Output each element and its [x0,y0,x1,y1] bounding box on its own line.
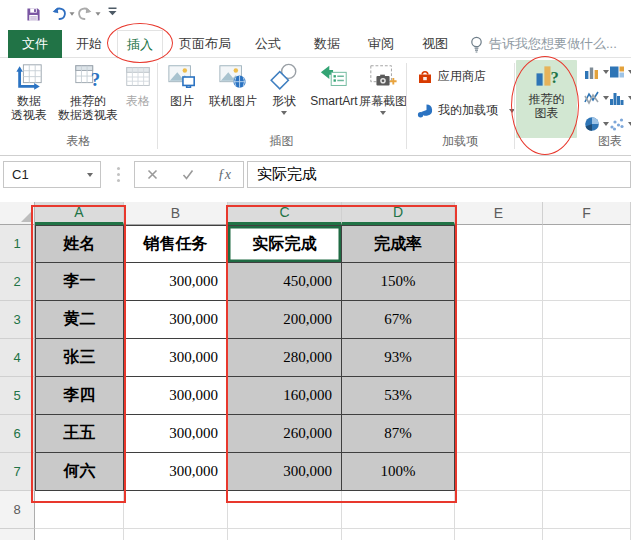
cell-C5[interactable]: 160,000 [228,377,342,415]
cell-F2[interactable] [543,263,631,301]
my-addins-button[interactable]: 我的加载项 [417,102,515,119]
cell-C1-active[interactable]: 实际完成 [228,225,342,263]
store-button[interactable]: 应用商店 [417,68,486,85]
cancel-icon[interactable] [147,169,158,180]
cell-B3[interactable]: 300,000 [124,301,228,339]
cell-F6[interactable] [543,415,631,453]
cell-B1[interactable]: 销售任务 [124,225,228,263]
formula-bar-splitter[interactable] [117,173,120,176]
recommended-pivottables-button[interactable]: ? 推荐的 数据透视表 [56,62,120,122]
undo-button[interactable] [51,7,75,21]
cell-B9[interactable] [124,529,228,540]
cell-C8[interactable] [228,491,342,529]
histogram-chart-button[interactable] [609,90,631,106]
row-header-2[interactable]: 2 [0,263,35,301]
cell-A1[interactable]: 姓名 [35,225,124,263]
column-header-A[interactable]: A [35,202,124,225]
cell-F7[interactable] [543,453,631,491]
tab-file[interactable]: 文件 [8,30,62,58]
cell-A9[interactable] [35,529,124,540]
screenshot-dropdown-icon[interactable] [380,111,386,115]
cell-A4[interactable]: 张三 [35,339,124,377]
cell-E5[interactable] [455,377,543,415]
pictures-button[interactable]: 图片 [162,62,202,108]
cell-C6[interactable]: 260,000 [228,415,342,453]
tab-formulas[interactable]: 公式 [249,30,287,58]
column-header-B[interactable]: B [124,202,228,225]
tab-view[interactable]: 视图 [416,30,454,58]
cell-F4[interactable] [543,339,631,377]
insert-function-icon[interactable]: ƒx [218,167,231,183]
name-box[interactable]: C1 [3,161,101,188]
cell-D2[interactable]: 150% [342,263,455,301]
cell-C2[interactable]: 450,000 [228,263,342,301]
cell-C4[interactable]: 280,000 [228,339,342,377]
cell-C3[interactable]: 200,000 [228,301,342,339]
column-chart-button[interactable] [584,64,609,80]
cell-A5[interactable]: 李四 [35,377,124,415]
cell-E4[interactable] [455,339,543,377]
column-header-D[interactable]: D [342,202,455,225]
cell-A3[interactable]: 黄二 [35,301,124,339]
column-header-C[interactable]: C [228,202,342,225]
undo-dropdown-icon[interactable] [69,12,74,15]
cell-D7[interactable]: 100% [342,453,455,491]
cell-E6[interactable] [455,415,543,453]
cell-D1[interactable]: 完成率 [342,225,455,263]
cell-F9[interactable] [543,529,631,540]
cell-F1[interactable] [543,225,631,263]
shapes-dropdown-icon[interactable] [281,111,287,115]
row-header-8[interactable]: 8 [0,491,35,529]
smartart-button[interactable]: SmartArt [306,62,362,108]
pivottable-button[interactable]: 数据 透视表 [2,62,56,122]
row-header-5[interactable]: 5 [0,377,35,415]
formula-input[interactable]: 实际完成 [247,161,631,188]
cell-D3[interactable]: 67% [342,301,455,339]
tab-data[interactable]: 数据 [308,30,346,58]
save-button[interactable] [26,7,41,22]
cell-E3[interactable] [455,301,543,339]
redo-dropdown-icon[interactable] [95,12,100,15]
recommended-charts-button[interactable]: ? 推荐的 图表 [516,60,577,138]
enter-icon[interactable] [182,169,194,180]
cell-D5[interactable]: 53% [342,377,455,415]
cell-B5[interactable]: 300,000 [124,377,228,415]
row-header-4[interactable]: 4 [0,339,35,377]
cell-D8[interactable] [342,491,455,529]
row-header-7[interactable]: 7 [0,453,35,491]
cell-B2[interactable]: 300,000 [124,263,228,301]
treemap-chart-button[interactable] [609,64,631,80]
cell-E9[interactable] [455,529,543,540]
cell-A8[interactable] [35,491,124,529]
select-all-corner[interactable] [0,202,35,225]
cell-A6[interactable]: 王五 [35,415,124,453]
cell-E7[interactable] [455,453,543,491]
tab-page-layout[interactable]: 页面布局 [172,30,238,58]
pie-chart-button[interactable] [584,116,609,132]
cell-A2[interactable]: 李一 [35,263,124,301]
shapes-button[interactable]: 形状 [264,62,304,115]
cell-B7[interactable]: 300,000 [124,453,228,491]
cell-F3[interactable] [543,301,631,339]
cell-E8[interactable] [455,491,543,529]
cell-F8[interactable] [543,491,631,529]
cell-F5[interactable] [543,377,631,415]
row-header-3[interactable]: 3 [0,301,35,339]
cell-C9[interactable] [228,529,342,540]
row-header-6[interactable]: 6 [0,415,35,453]
line-chart-button[interactable] [584,90,609,106]
screenshot-button[interactable]: 屏幕截图 [360,62,406,115]
tab-home[interactable]: 开始 [70,30,108,58]
cell-D4[interactable]: 93% [342,339,455,377]
row-header-9[interactable]: 9 [0,529,35,540]
cell-D9[interactable] [342,529,455,540]
cell-D6[interactable]: 87% [342,415,455,453]
online-pictures-button[interactable]: 联机图片 [203,62,263,108]
cell-B4[interactable]: 300,000 [124,339,228,377]
cell-B6[interactable]: 300,000 [124,415,228,453]
name-box-dropdown-icon[interactable] [87,173,93,177]
tab-review[interactable]: 审阅 [362,30,400,58]
column-header-E[interactable]: E [455,202,543,225]
row-header-1[interactable]: 1 [0,225,35,263]
tab-insert[interactable]: 插入 [117,30,163,59]
